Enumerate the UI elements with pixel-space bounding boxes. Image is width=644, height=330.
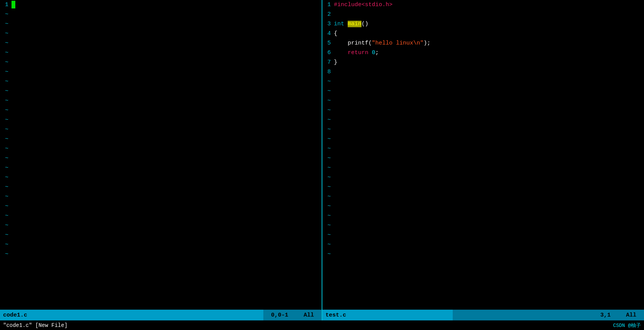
right-line-num-5: 5: [322, 38, 334, 48]
tilde-line: ~: [0, 221, 322, 230]
tilde-num: ~: [0, 163, 12, 173]
panes: 1 ~ ~ ~ ~ ~ ~ ~ ~ ~ ~ ~ ~ ~ ~ ~ ~ ~: [0, 0, 644, 310]
right-line-content-4: {: [334, 29, 644, 38]
right-tilde-num: ~: [322, 240, 334, 249]
tilde-num: ~: [0, 19, 12, 29]
right-code-area: 1 #include<stdio.h> 2 3 int main() 4 {: [322, 0, 644, 310]
left-code-area: 1 ~ ~ ~ ~ ~ ~ ~ ~ ~ ~ ~ ~ ~ ~ ~ ~ ~: [0, 0, 322, 310]
right-line-content-7: }: [334, 58, 644, 67]
tilde-line: ~: [0, 96, 322, 106]
right-tilde: ~: [322, 192, 644, 201]
tilde-line: ~: [0, 58, 322, 67]
tilde-num: ~: [0, 29, 12, 38]
line-num-1: 1: [0, 0, 12, 10]
left-pane[interactable]: 1 ~ ~ ~ ~ ~ ~ ~ ~ ~ ~ ~ ~ ~ ~ ~ ~ ~: [0, 0, 322, 310]
tilde-line: ~: [0, 144, 322, 153]
bottom-bar: "code1.c" [New File] CSDN @柚子: [0, 320, 644, 330]
tilde-line: ~: [0, 86, 322, 96]
tilde-num: ~: [0, 173, 12, 182]
status-bar: code1.c 0,0-1 All test.c 3,1 All: [0, 310, 644, 320]
close-brace: }: [334, 59, 337, 66]
right-tilde: ~: [322, 96, 644, 106]
right-tilde: ~: [322, 249, 644, 259]
tilde-num: ~: [0, 134, 12, 144]
tilde-num: ~: [0, 38, 12, 48]
paren-open: (: [368, 40, 372, 46]
tilde-num: ~: [0, 221, 12, 230]
right-tilde-num: ~: [322, 173, 334, 182]
left-status-position: 0,0-1: [263, 310, 296, 320]
left-pane-status: code1.c 0,0-1 All: [0, 310, 322, 320]
right-pane-status: test.c 3,1 All: [322, 310, 644, 320]
right-line-num-2: 2: [322, 10, 334, 19]
semicolon-6: ;: [375, 50, 379, 56]
tilde-num: ~: [0, 106, 12, 115]
right-line-7: 7 }: [322, 58, 644, 67]
right-tilde-num: ~: [322, 201, 334, 211]
tilde-num: ~: [0, 125, 12, 134]
right-tilde: ~: [322, 125, 644, 134]
right-status-filename: test.c: [322, 310, 453, 320]
open-brace: {: [334, 30, 337, 37]
right-tilde-num: ~: [322, 86, 334, 96]
right-line-8: 8: [322, 67, 644, 77]
semicolon-5: ;: [427, 40, 430, 46]
right-tilde-num: ~: [322, 125, 334, 134]
right-tilde: ~: [322, 240, 644, 249]
tilde-num: ~: [0, 249, 12, 259]
cursor-block: [12, 1, 15, 8]
tilde-line: ~: [0, 77, 322, 86]
left-status-scroll: All: [296, 310, 322, 320]
right-tilde-num: ~: [322, 153, 334, 163]
right-line-num-1: 1: [322, 0, 334, 10]
right-tilde: ~: [322, 115, 644, 125]
right-tilde-num: ~: [322, 249, 334, 259]
right-tilde: ~: [322, 86, 644, 96]
right-tilde-num: ~: [322, 182, 334, 192]
tilde-line: ~: [0, 48, 322, 58]
right-tilde: ~: [322, 106, 644, 115]
tilde-line: ~: [0, 163, 322, 173]
tilde-line: ~: [0, 125, 322, 134]
tilde-line: ~: [0, 249, 322, 259]
right-tilde: ~: [322, 201, 644, 211]
tilde-num: ~: [0, 10, 12, 19]
paren-close: ): [424, 40, 427, 46]
tilde-line: ~: [0, 211, 322, 221]
tilde-num: ~: [0, 201, 12, 211]
right-line-content-6: return 0;: [334, 48, 644, 58]
tilde-num: ~: [0, 48, 12, 58]
left-status-filename: code1.c: [0, 310, 263, 320]
right-line-num-8: 8: [322, 67, 334, 77]
line-1: 1: [0, 0, 322, 10]
tilde-line: ~: [0, 115, 322, 125]
right-tilde-num: ~: [322, 144, 334, 153]
right-tilde-num: ~: [322, 115, 334, 125]
right-line-4: 4 {: [322, 29, 644, 38]
right-tilde-num: ~: [322, 96, 334, 106]
right-line-num-7: 7: [322, 58, 334, 67]
tilde-num: ~: [0, 67, 12, 77]
string-literal: "hello linux\n": [372, 40, 424, 46]
right-tilde-num: ~: [322, 192, 334, 201]
tilde-num: ~: [0, 96, 12, 106]
tilde-num: ~: [0, 86, 12, 96]
tilde-line: ~: [0, 173, 322, 182]
parens: (): [361, 21, 368, 27]
tilde-num: ~: [0, 230, 12, 240]
right-tilde: ~: [322, 221, 644, 230]
left-scroll-label: All: [304, 312, 314, 318]
right-pane[interactable]: 1 #include<stdio.h> 2 3 int main() 4 {: [322, 0, 644, 310]
right-scroll-label: All: [626, 312, 636, 318]
editor-container: 1 ~ ~ ~ ~ ~ ~ ~ ~ ~ ~ ~ ~ ~ ~ ~ ~ ~: [0, 0, 644, 330]
right-tilde: ~: [322, 182, 644, 192]
right-line-content-1: #include<stdio.h>: [334, 0, 644, 10]
watermark: CSDN @柚子: [613, 322, 641, 329]
left-filename-label: code1.c: [3, 312, 27, 318]
right-status-position: 3,1: [593, 310, 618, 320]
right-line-3: 3 int main(): [322, 19, 644, 29]
tilde-line: ~: [0, 134, 322, 144]
right-tilde-num: ~: [322, 211, 334, 221]
right-line-num-3: 3: [322, 19, 334, 29]
printf-function: printf: [348, 40, 368, 46]
